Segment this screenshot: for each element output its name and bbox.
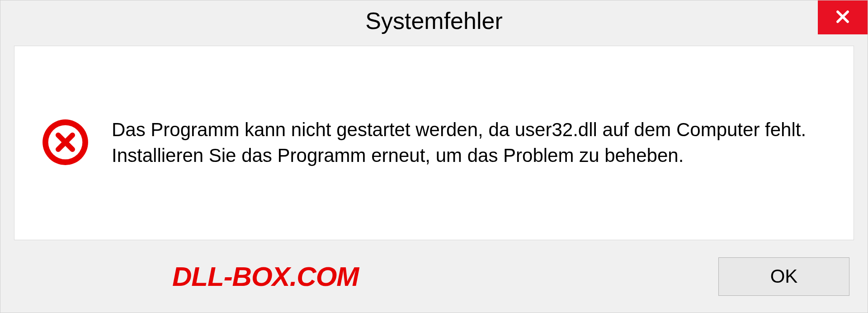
error-dialog: Systemfehler Das Programm kann nicht ges… [0,0,868,313]
dialog-footer: DLL-BOX.COM OK [0,249,868,313]
close-icon [834,8,851,27]
dialog-title: Systemfehler [365,7,502,34]
title-bar: Systemfehler [0,0,868,41]
watermark-text: DLL-BOX.COM [172,261,359,292]
content-area: Das Programm kann nicht gestartet werden… [14,46,854,240]
error-message: Das Programm kann nicht gestartet werden… [112,117,826,168]
error-icon [42,119,89,168]
ok-button[interactable]: OK [718,257,849,296]
close-button[interactable] [818,0,868,34]
